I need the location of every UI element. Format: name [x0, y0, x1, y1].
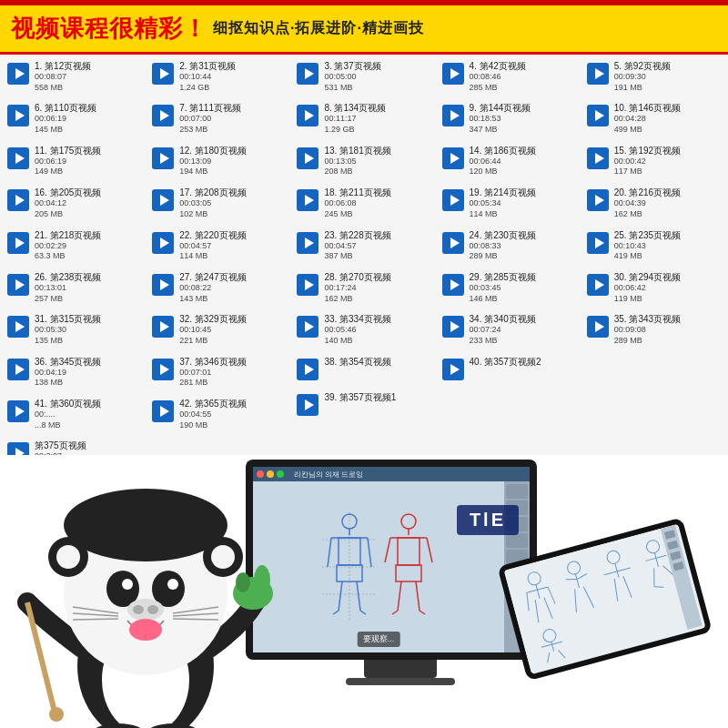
- file-duration: 00:03:05: [179, 198, 246, 209]
- list-item[interactable]: 25. 第235页视频00:10:43419 MB: [583, 228, 724, 264]
- list-item[interactable]: 14. 第186页视频00:06:44120 MB: [439, 143, 580, 179]
- list-item[interactable]: 17. 第208页视频00:03:05102 MB: [148, 185, 289, 221]
- video-file-icon: [440, 314, 466, 339]
- svg-point-94: [254, 565, 270, 594]
- svg-line-163: [654, 552, 658, 566]
- video-file-icon: [150, 357, 176, 382]
- list-item[interactable]: 41. 第360页视频00:.......8 MB: [4, 396, 145, 432]
- list-item[interactable]: 29. 第285页视频00:03:45146 MB: [439, 269, 580, 306]
- list-item[interactable]: 30. 第294页视频00:06:42119 MB: [583, 269, 724, 306]
- list-item[interactable]: 13. 第181页视频00:13:05208 MB: [293, 143, 434, 179]
- file-name: 35. 第343页视频: [614, 313, 681, 325]
- svg-point-107: [133, 605, 144, 614]
- list-item[interactable]: 1. 第12页视频00:08:07558 MB: [4, 58, 145, 95]
- list-item[interactable]: 6. 第110页视频00:06:19145 MB: [4, 100, 145, 136]
- list-item[interactable]: 4. 第42页视频00:08:46285 MB: [439, 58, 580, 95]
- list-item[interactable]: 34. 第340页视频00:07:24233 MB: [439, 311, 580, 348]
- list-item[interactable]: 9. 第144页视频00:18:53347 MB: [439, 100, 580, 136]
- file-duration: 00:07:01: [179, 368, 246, 379]
- list-item[interactable]: 33. 第334页视频00:05:46140 MB: [293, 311, 434, 348]
- file-size: 135 MB: [35, 336, 101, 347]
- list-item[interactable]: 31. 第315页视频00:05:30135 MB: [4, 311, 145, 348]
- list-item[interactable]: 12. 第180页视频00:13:09194 MB: [148, 143, 289, 179]
- svg-point-157: [605, 550, 621, 565]
- svg-point-97: [64, 489, 228, 561]
- file-name: 30. 第294页视频: [614, 271, 681, 283]
- file-duration: 00:04:57: [179, 241, 246, 252]
- software-title: 리칸님의 의재 드로잉: [294, 470, 363, 480]
- list-item[interactable]: 24. 第230页视频00:08:33289 MB: [439, 228, 580, 264]
- video-file-icon: [295, 357, 320, 382]
- file-name: 40. 第357页视频2: [470, 356, 541, 368]
- file-name: 22. 第220页视频: [179, 229, 246, 241]
- file-name: 26. 第238页视频: [35, 271, 101, 283]
- list-item[interactable]: 5. 第92页视频00:09:30191 MB: [583, 58, 724, 95]
- video-file-icon: [5, 230, 31, 256]
- file-size: 117 MB: [614, 167, 681, 177]
- list-item[interactable]: 27. 第247页视频00:08:22143 MB: [148, 269, 289, 306]
- svg-line-146: [527, 587, 548, 592]
- list-item[interactable]: 26. 第238页视频00:13:01257 MB: [4, 269, 145, 306]
- list-item[interactable]: 22. 第220页视频00:04:57114 MB: [148, 228, 289, 264]
- list-item[interactable]: 23. 第228页视频00:04:57387 MB: [293, 228, 434, 264]
- svg-line-115: [173, 619, 218, 620]
- list-item[interactable]: 35. 第343页视频00:09:08289 MB: [583, 311, 724, 348]
- video-file-icon: [5, 399, 31, 424]
- svg-point-95: [236, 572, 250, 592]
- list-item[interactable]: 11. 第175页视频00:06:19149 MB: [4, 143, 145, 179]
- file-size: 289 MB: [470, 251, 536, 262]
- list-item[interactable]: 32. 第329页视频00:10:45221 MB: [148, 311, 289, 348]
- file-name: 10. 第146页视频: [614, 102, 681, 114]
- video-file-icon: [150, 61, 176, 86]
- video-file-icon: [585, 314, 611, 339]
- list-item[interactable]: 40. 第357页视频2: [439, 354, 580, 384]
- svg-line-149: [532, 600, 541, 622]
- video-file-icon: [5, 187, 31, 213]
- file-size: 387 MB: [324, 251, 390, 262]
- file-size: 245 MB: [324, 209, 390, 220]
- svg-line-169: [551, 642, 554, 652]
- video-file-icon: [440, 103, 466, 128]
- svg-rect-137: [396, 565, 421, 581]
- list-item[interactable]: 28. 第270页视频00:17:24162 MB: [293, 269, 434, 306]
- list-item[interactable]: 10. 第146页视频00:04:28499 MB: [583, 100, 724, 136]
- svg-line-170: [541, 642, 562, 647]
- list-item[interactable]: 38. 第354页视频: [293, 354, 434, 384]
- video-file-icon: [150, 187, 176, 213]
- list-item[interactable]: 2. 第31页视频00:10:441.24 GB: [148, 58, 289, 95]
- file-size: 257 MB: [35, 294, 101, 305]
- file-size: 281 MB: [179, 378, 246, 389]
- list-item[interactable]: 37. 第346页视频00:07:01281 MB: [148, 354, 289, 390]
- file-size: 289 MB: [614, 336, 681, 347]
- list-item[interactable]: 18. 第211页视频00:06:08245 MB: [293, 185, 434, 221]
- list-item[interactable]: 19. 第214页视频00:05:34114 MB: [439, 185, 580, 221]
- list-item[interactable]: 20. 第216页视频00:04:39162 MB: [583, 185, 724, 221]
- list-item[interactable]: 8. 第134页视频00:11:171.29 GB: [293, 100, 434, 136]
- file-duration: 00:07:24: [470, 325, 536, 336]
- list-item[interactable]: 16. 第205页视频00:04:12205 MB: [4, 185, 145, 221]
- file-name: 25. 第235页视频: [614, 229, 681, 241]
- file-name: 4. 第42页视频: [470, 60, 526, 72]
- list-item[interactable]: 42. 第365页视频00:04:55190 MB: [148, 396, 289, 432]
- list-item[interactable]: 21. 第218页视频00:02:2963.3 MB: [4, 228, 145, 264]
- list-item[interactable]: 36. 第345页视频00:04:19138 MB: [4, 354, 145, 390]
- file-duration: 00:04:12: [35, 198, 101, 209]
- list-item[interactable]: 39. 第357页视频1: [293, 389, 434, 420]
- svg-point-168: [541, 628, 557, 643]
- svg-point-92: [49, 707, 64, 722]
- file-name: 18. 第211页视频: [324, 187, 390, 198]
- file-size: 114 MB: [179, 251, 246, 262]
- file-column-5: 5. 第92页视频00:09:30191 MB 10. 第146页视频00:04…: [581, 58, 726, 451]
- video-file-icon: [295, 187, 320, 213]
- svg-line-129: [339, 581, 342, 611]
- file-column-1: 1. 第12页视频00:08:07558 MB 6. 第110页视频00:06:…: [2, 58, 147, 451]
- list-item[interactable]: 3. 第37页视频00:05:00531 MB: [293, 58, 434, 95]
- file-size: 63.3 MB: [35, 251, 101, 262]
- file-size: 233 MB: [470, 336, 536, 347]
- list-item[interactable]: 7. 第111页视频00:07:00253 MB: [148, 100, 289, 136]
- list-item[interactable]: 15. 第192页视频00:00:42117 MB: [583, 143, 724, 179]
- list-item[interactable]: 第375页视频00:3:07: [4, 438, 145, 455]
- svg-line-150: [544, 597, 552, 620]
- video-file-icon: [5, 272, 31, 298]
- svg-line-159: [604, 568, 631, 575]
